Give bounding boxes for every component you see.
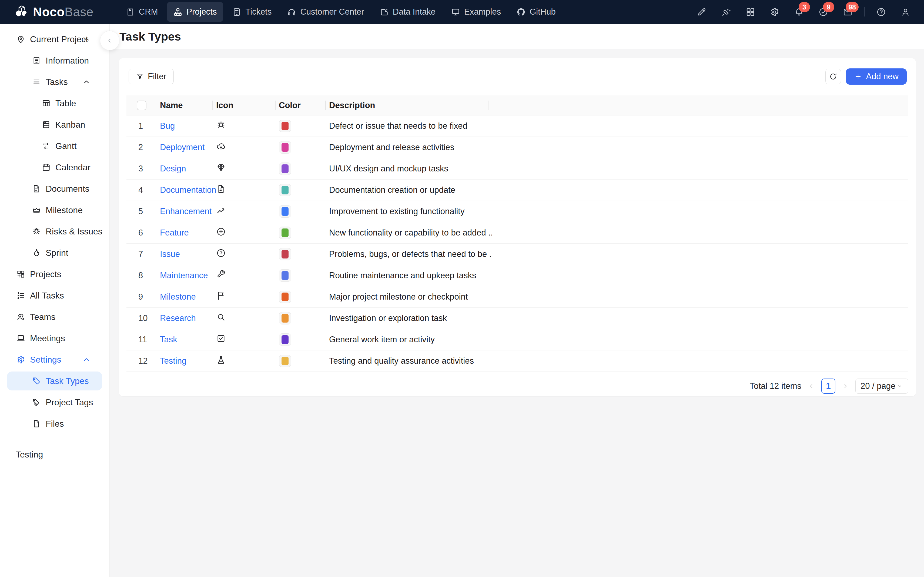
nav-item-tickets[interactable]: Tickets (226, 2, 278, 22)
sidebar-item-all-tasks[interactable]: All Tasks (7, 286, 102, 305)
sidebar-collapse-button[interactable] (100, 31, 119, 50)
row-index: 8 (138, 271, 160, 280)
column-header-color[interactable]: Color (279, 101, 329, 110)
org-chart-icon (174, 8, 182, 16)
design-pen-button[interactable] (689, 0, 714, 24)
task-type-link[interactable]: Milestone (160, 292, 196, 301)
table-row[interactable]: 8MaintenanceRoutine maintenance and upke… (127, 265, 908, 286)
user-icon (900, 7, 911, 17)
sidebar-item-documents[interactable]: Documents (7, 179, 102, 198)
sidebar-item-gantt[interactable]: Gantt (7, 137, 102, 155)
wrench-icon (216, 269, 226, 279)
mail-button[interactable]: 98 (836, 0, 860, 24)
nocobase-logo[interactable]: NocoBase (0, 5, 93, 19)
nav-item-github[interactable]: GitHub (510, 2, 562, 22)
table-row[interactable]: 7IssueProblems, bugs, or defects that ne… (127, 243, 908, 265)
table-row[interactable]: 9MilestoneMajor project milestone or che… (127, 286, 908, 308)
row-index: 5 (138, 206, 160, 216)
sidebar-item-projects[interactable]: Projects (7, 265, 102, 284)
column-header-description[interactable]: Description (329, 101, 492, 110)
table-row[interactable]: 6FeatureNew functionality or capability … (127, 222, 908, 243)
task-description: Investigation or exploration task (329, 313, 492, 323)
task-type-link[interactable]: Testing (160, 356, 186, 366)
pagination-total: Total 12 items (750, 381, 801, 391)
chevron-up-icon (82, 77, 91, 87)
sidebar-item-settings[interactable]: Settings (7, 350, 102, 369)
task-type-link[interactable]: Issue (160, 249, 180, 259)
sidebar-item-information[interactable]: Information (7, 51, 102, 70)
task-types-table: Name Icon Color Description 1BugDefect o… (127, 95, 908, 372)
nav-item-data-intake[interactable]: Data Intake (373, 2, 442, 22)
question-circle-icon (216, 248, 226, 258)
task-type-link[interactable]: Enhancement (160, 206, 212, 216)
task-types-card: Filter Add new Name Icon Color D (119, 58, 916, 396)
task-type-link[interactable]: Documentation (160, 185, 216, 195)
nav-item-customer-center[interactable]: Customer Center (281, 2, 370, 22)
nav-item-crm[interactable]: CRM (119, 2, 164, 22)
table-row[interactable]: 1BugDefect or issue that needs to be fix… (127, 116, 908, 137)
flag-icon (216, 291, 226, 301)
apps-grid-button[interactable] (738, 0, 762, 24)
row-index: 11 (138, 335, 160, 345)
task-type-link[interactable]: Design (160, 164, 186, 173)
sidebar-item-milestone[interactable]: Milestone (7, 201, 102, 219)
gear-icon (16, 355, 26, 364)
plugin-button[interactable] (714, 0, 738, 24)
row-index: 1 (138, 121, 160, 131)
row-index: 2 (138, 142, 160, 152)
sidebar-item-task-types[interactable]: Task Types (7, 372, 102, 390)
add-new-button[interactable]: Add new (846, 68, 907, 85)
table-row[interactable]: 2DeploymentDeployment and release activi… (127, 137, 908, 158)
nocobase-logo-icon (14, 5, 29, 18)
refresh-button[interactable] (825, 69, 841, 84)
column-header-name[interactable]: Name (160, 101, 216, 110)
gear-icon (770, 7, 780, 17)
table-row[interactable]: 3DesignUI/UX design and mockup tasks (127, 158, 908, 179)
sidebar-item-table[interactable]: Table (7, 94, 102, 113)
headphones-icon (287, 8, 296, 16)
page-size-select[interactable]: 20 / page (855, 379, 908, 394)
color-swatch (279, 355, 291, 367)
nav-item-projects[interactable]: Projects (167, 2, 223, 22)
monitor-icon (451, 8, 460, 16)
task-type-link[interactable]: Maintenance (160, 271, 208, 280)
gear-button[interactable] (762, 0, 787, 24)
sidebar-item-calendar[interactable]: Calendar (7, 158, 102, 177)
sidebar-item-files[interactable]: Files (7, 414, 102, 433)
task-type-link[interactable]: Task (160, 335, 177, 344)
column-header-icon[interactable]: Icon (216, 101, 279, 110)
import-icon (380, 8, 389, 16)
pagination-next-button[interactable] (841, 382, 849, 390)
todo-check-button[interactable]: 9 (811, 0, 836, 24)
sidebar-item-meetings[interactable]: Meetings (7, 329, 102, 348)
sidebar-item-project-tags[interactable]: Project Tags (7, 393, 102, 412)
select-all-checkbox[interactable] (137, 101, 146, 110)
pagination-page-1[interactable]: 1 (821, 379, 836, 394)
trend-up-icon (216, 205, 226, 215)
table-row[interactable]: 12TestingTesting and quality assurance a… (127, 350, 908, 372)
sidebar-item-risks-issues[interactable]: Risks & Issues (7, 222, 102, 241)
help-button[interactable] (869, 0, 893, 24)
sidebar-item-teams[interactable]: Teams (7, 308, 102, 326)
color-swatch (279, 269, 291, 282)
user-button[interactable] (893, 0, 918, 24)
sidebar-item-testing[interactable]: Testing (7, 445, 102, 464)
sidebar-item-tasks[interactable]: Tasks (7, 73, 102, 91)
bell-button[interactable]: 3 (787, 0, 811, 24)
table-footer: Total 12 items 1 20 / page (127, 372, 908, 399)
sidebar-item-sprint[interactable]: Sprint (7, 243, 102, 262)
color-swatch (279, 163, 291, 175)
table-row[interactable]: 4DocumentationDocumentation creation or … (127, 179, 908, 201)
nav-item-examples[interactable]: Examples (445, 2, 508, 22)
task-type-link[interactable]: Feature (160, 228, 189, 237)
task-type-link[interactable]: Research (160, 313, 196, 323)
task-type-link[interactable]: Deployment (160, 142, 204, 152)
table-row[interactable]: 11TaskGeneral work item or activity (127, 329, 908, 350)
pagination-prev-button[interactable] (807, 382, 815, 390)
sidebar-item-current-project[interactable]: Current Project (7, 30, 102, 49)
sidebar-item-kanban[interactable]: Kanban (7, 115, 102, 134)
task-type-link[interactable]: Bug (160, 121, 175, 131)
table-row[interactable]: 10ResearchInvestigation or exploration t… (127, 308, 908, 329)
filter-button[interactable]: Filter (129, 69, 174, 84)
table-row[interactable]: 5EnhancementImprovement to existing func… (127, 201, 908, 222)
